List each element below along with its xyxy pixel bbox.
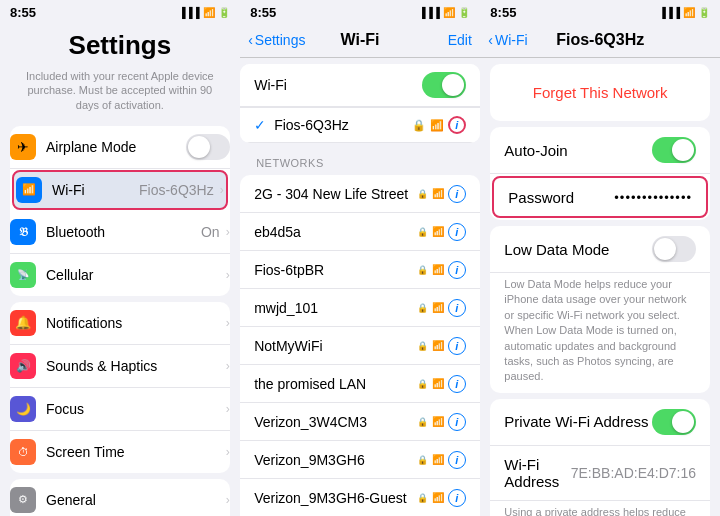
settings-item-screentime[interactable]: ⏱ Screen Time ›	[10, 431, 230, 473]
status-bar-2: 8:55 ▐▐▐ 📶 🔋	[240, 0, 480, 22]
network-info-5[interactable]: i	[448, 375, 466, 393]
network-signal-1: 📶	[432, 226, 444, 237]
cellular-icon: 📡	[10, 262, 36, 288]
cellular-chevron: ›	[226, 268, 230, 282]
private-address-label: Private Wi-Fi Address	[504, 413, 652, 430]
network-item-7[interactable]: Verizon_9M3GH6 🔒 📶 i	[240, 441, 480, 479]
back-chevron-icon: ‹	[248, 32, 253, 48]
network-signal-2: 📶	[432, 264, 444, 275]
network-lock-0: 🔒	[417, 189, 428, 199]
detail-back-chevron: ‹	[488, 32, 493, 48]
wifi-back-button[interactable]: ‹ Settings	[248, 32, 305, 48]
autojoin-label: Auto-Join	[504, 142, 652, 159]
autojoin-toggle[interactable]	[652, 137, 696, 163]
network-name-5: the promised LAN	[254, 376, 417, 392]
networks-section-label: NETWORKS	[240, 149, 480, 173]
wifi-address-label: Wi-Fi Address	[504, 456, 570, 490]
network-lock-8: 🔒	[417, 493, 428, 503]
network-name-7: Verizon_9M3GH6	[254, 452, 417, 468]
network-info-2[interactable]: i	[448, 261, 466, 279]
password-row[interactable]: Password ••••••••••••••	[492, 176, 708, 218]
settings-group-1: ✈ Airplane Mode 📶 Wi-Fi Fios-6Q3Hz › 𝔅 B…	[0, 126, 240, 296]
low-data-label: Low Data Mode	[504, 241, 652, 258]
network-info-1[interactable]: i	[448, 223, 466, 241]
wifi-toggle-label: Wi-Fi	[254, 77, 422, 93]
screentime-chevron: ›	[226, 445, 230, 459]
network-info-0[interactable]: i	[448, 185, 466, 203]
network-item-2[interactable]: Fios-6tpBR 🔒 📶 i	[240, 251, 480, 289]
network-item-1[interactable]: eb4d5a 🔒 📶 i	[240, 213, 480, 251]
network-item-3[interactable]: mwjd_101 🔒 📶 i	[240, 289, 480, 327]
connected-info-button[interactable]: i	[448, 116, 466, 134]
settings-item-wifi[interactable]: 📶 Wi-Fi Fios-6Q3Hz ›	[12, 170, 228, 210]
wifi-chevron: ›	[220, 183, 224, 197]
battery-icon-1: 🔋	[218, 7, 230, 18]
wifi-value: Fios-6Q3Hz	[139, 182, 214, 198]
settings-item-focus[interactable]: 🌙 Focus ›	[10, 388, 230, 431]
private-address-toggle[interactable]	[652, 409, 696, 435]
sounds-label: Sounds & Haptics	[46, 358, 224, 374]
settings-item-general[interactable]: ⚙ General ›	[10, 479, 230, 516]
network-info-4[interactable]: i	[448, 337, 466, 355]
settings-item-cellular[interactable]: 📡 Cellular ›	[10, 254, 230, 296]
connected-network-row[interactable]: ✓ Fios-6Q3Hz 🔒 📶 i	[240, 107, 480, 143]
network-signal-7: 📶	[432, 454, 444, 465]
battery-icon-2: 🔋	[458, 7, 470, 18]
bluetooth-icon: 𝔅	[10, 219, 36, 245]
network-lock-5: 🔒	[417, 379, 428, 389]
settings-item-sounds[interactable]: 🔊 Sounds & Haptics ›	[10, 345, 230, 388]
network-signal-4: 📶	[432, 340, 444, 351]
wifi-panel: 8:55 ▐▐▐ 📶 🔋 ‹ Settings Wi-Fi Edit Wi-Fi…	[240, 0, 480, 516]
network-icons-1: 🔒 📶 i	[417, 223, 466, 241]
network-item-8[interactable]: Verizon_9M3GH6-Guest 🔒 📶 i	[240, 479, 480, 516]
general-icon: ⚙	[10, 487, 36, 513]
settings-subtitle: Included with your recent Apple device p…	[0, 65, 240, 120]
network-info-3[interactable]: i	[448, 299, 466, 317]
network-signal-3: 📶	[432, 302, 444, 313]
wifi-toggle-row: Wi-Fi	[240, 64, 480, 107]
signal-icon-2: ▐▐▐	[419, 7, 440, 18]
low-data-toggle[interactable]	[652, 236, 696, 262]
status-icons-3: ▐▐▐ 📶 🔋	[659, 7, 710, 18]
battery-icon-3: 🔋	[698, 7, 710, 18]
wifi-toggle[interactable]	[422, 72, 466, 98]
status-bar-1: 8:55 ▐▐▐ 📶 🔋	[0, 0, 240, 22]
autojoin-section: Auto-Join Password ••••••••••••••	[490, 127, 710, 220]
network-signal-6: 📶	[432, 416, 444, 427]
settings-item-notifications[interactable]: 🔔 Notifications ›	[10, 302, 230, 345]
autojoin-row: Auto-Join	[490, 127, 710, 174]
network-name-0: 2G - 304 New Life Street	[254, 186, 417, 202]
password-label: Password	[508, 189, 614, 206]
forget-button[interactable]: Forget This Network	[504, 74, 696, 111]
password-value: ••••••••••••••	[614, 190, 692, 205]
network-lock-1: 🔒	[417, 227, 428, 237]
sounds-chevron: ›	[226, 359, 230, 373]
airplane-icon: ✈	[10, 134, 36, 160]
network-item-6[interactable]: Verizon_3W4CM3 🔒 📶 i	[240, 403, 480, 441]
network-info-6[interactable]: i	[448, 413, 466, 431]
networks-list: 2G - 304 New Life Street 🔒 📶 i eb4d5a 🔒 …	[240, 175, 480, 516]
sounds-icon: 🔊	[10, 353, 36, 379]
time-2: 8:55	[250, 5, 276, 20]
airplane-toggle[interactable]	[186, 134, 230, 160]
wifi-edit-button[interactable]: Edit	[448, 32, 472, 48]
settings-list-2: 🔔 Notifications › 🔊 Sounds & Haptics › 🌙…	[10, 302, 230, 473]
settings-item-airplane[interactable]: ✈ Airplane Mode	[10, 126, 230, 169]
network-item-5[interactable]: the promised LAN 🔒 📶 i	[240, 365, 480, 403]
bluetooth-chevron: ›	[226, 225, 230, 239]
focus-label: Focus	[46, 401, 224, 417]
settings-header: Settings	[0, 22, 240, 65]
network-item-0[interactable]: 2G - 304 New Life Street 🔒 📶 i	[240, 175, 480, 213]
network-name-2: Fios-6tpBR	[254, 262, 417, 278]
network-lock-3: 🔒	[417, 303, 428, 313]
forget-row[interactable]: Forget This Network	[490, 64, 710, 121]
network-info-8[interactable]: i	[448, 489, 466, 507]
forget-section: Forget This Network	[490, 64, 710, 121]
detail-back-button[interactable]: ‹ Wi-Fi	[488, 32, 527, 48]
time-3: 8:55	[490, 5, 516, 20]
network-info-7[interactable]: i	[448, 451, 466, 469]
network-item-4[interactable]: NotMyWiFi 🔒 📶 i	[240, 327, 480, 365]
settings-item-bluetooth[interactable]: 𝔅 Bluetooth On ›	[10, 211, 230, 254]
general-label: General	[46, 492, 224, 508]
network-icons-3: 🔒 📶 i	[417, 299, 466, 317]
